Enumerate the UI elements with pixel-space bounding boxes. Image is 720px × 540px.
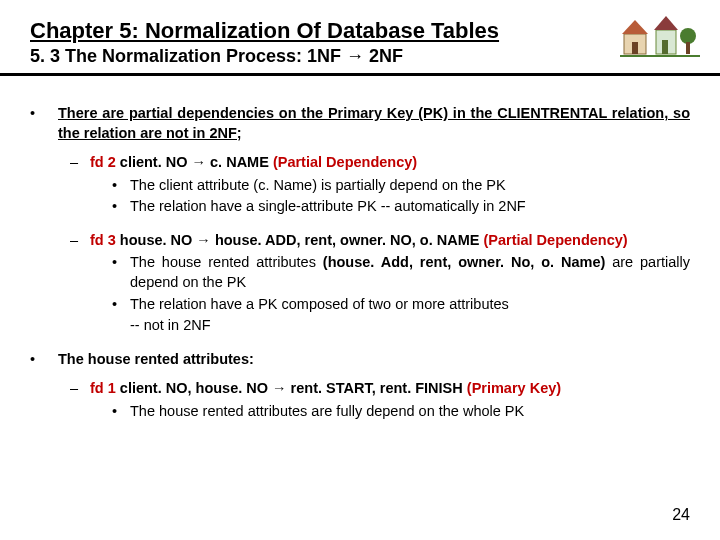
bullet-dot: • — [112, 176, 130, 196]
fd3-rhs: house. ADD, rent, owner. NO, o. NAME — [211, 232, 484, 248]
svg-rect-5 — [662, 40, 668, 54]
fd1-tag: (Primary Key) — [467, 380, 561, 396]
fd2-text-2: The relation have a single-attribute PK … — [130, 197, 690, 217]
fd2-lhs: client. NO — [120, 154, 192, 170]
dash-icon: – — [70, 231, 90, 251]
slide-content: • There are partial dependencies on the … — [30, 104, 690, 421]
bullet-dot: • — [112, 197, 130, 217]
fd2-sub-1: • The client attribute (c. Name) is part… — [112, 176, 690, 196]
fd3-text-2: The relation have a PK composed of two o… — [130, 295, 690, 315]
fd2-sub-2: • The relation have a single-attribute P… — [112, 197, 690, 217]
horizontal-rule — [0, 73, 720, 76]
dash-icon: – — [70, 379, 90, 399]
bullet-dot: • — [112, 295, 130, 315]
fd3-heading: – fd 3 house. NO → house. ADD, rent, own… — [70, 231, 690, 251]
bullet-main-2: • The house rented attributes: — [30, 350, 690, 370]
page-number: 24 — [672, 506, 690, 524]
fd3-sub-2: • The relation have a PK composed of two… — [112, 295, 690, 315]
fd3-tag: (Partial Dependency) — [483, 232, 627, 248]
fd1-lhs: client. NO, house. NO — [120, 380, 272, 396]
fd3-text-3: -- not in 2NF — [130, 316, 690, 336]
bullet-dot: • — [112, 402, 130, 422]
fd1-label: fd 1 — [90, 380, 120, 396]
fd3-sub-3: -- not in 2NF — [112, 316, 690, 336]
svg-rect-7 — [686, 42, 690, 54]
arrow-icon: → — [272, 380, 287, 396]
fd1-sub-1: • The house rented attributes are fully … — [112, 402, 690, 422]
svg-point-6 — [680, 28, 696, 44]
fd2-label: fd 2 — [90, 154, 120, 170]
svg-marker-1 — [622, 20, 648, 34]
arrow-icon: → — [346, 46, 364, 66]
text-partial-deps: There are partial dependencies on the Pr… — [58, 105, 497, 121]
fd2-rhs: c. NAME — [206, 154, 273, 170]
text-clientrental: CLIENTRENTAL — [497, 105, 607, 121]
arrow-icon: → — [192, 154, 207, 170]
bullet-dot: • — [30, 104, 58, 143]
fd1-rhs: rent. START, rent. FINISH — [287, 380, 467, 396]
bullet-main-1: • There are partial dependencies on the … — [30, 104, 690, 143]
svg-marker-4 — [654, 16, 678, 30]
fd2-heading: – fd 2 client. NO → c. NAME (Partial Dep… — [70, 153, 690, 173]
bullet-dot: • — [112, 253, 130, 292]
fd2-tag: (Partial Dependency) — [273, 154, 417, 170]
fd1-text-1: The house rented attributes are fully de… — [130, 402, 690, 422]
chapter-title: Chapter 5: Normalization Of Database Tab… — [30, 18, 690, 44]
fd3-lhs: house. NO — [120, 232, 197, 248]
section-subtitle: 5. 3 The Normalization Process: 1NF → 2N… — [30, 46, 690, 67]
fd3-text-1b: (house. Add, rent, owner. No, o. Name) — [323, 254, 605, 270]
dash-icon: – — [70, 153, 90, 173]
house-rented-heading: The house rented attributes: — [58, 350, 690, 370]
fd2-text-1: The client attribute (c. Name) is partia… — [130, 176, 690, 196]
svg-rect-2 — [632, 42, 638, 54]
decorative-houses-icon — [620, 10, 700, 62]
arrow-icon: → — [196, 232, 211, 248]
fd3-sub-1: • The house rented attributes (house. Ad… — [112, 253, 690, 292]
subtitle-suffix: 2NF — [364, 46, 403, 66]
fd3-label: fd 3 — [90, 232, 120, 248]
subtitle-prefix: 5. 3 The Normalization Process: 1NF — [30, 46, 346, 66]
fd3-text-1a: The house rented attributes — [130, 254, 323, 270]
spacer — [112, 316, 130, 336]
bullet-dot: • — [30, 350, 58, 370]
fd1-heading: – fd 1 client. NO, house. NO → rent. STA… — [70, 379, 690, 399]
